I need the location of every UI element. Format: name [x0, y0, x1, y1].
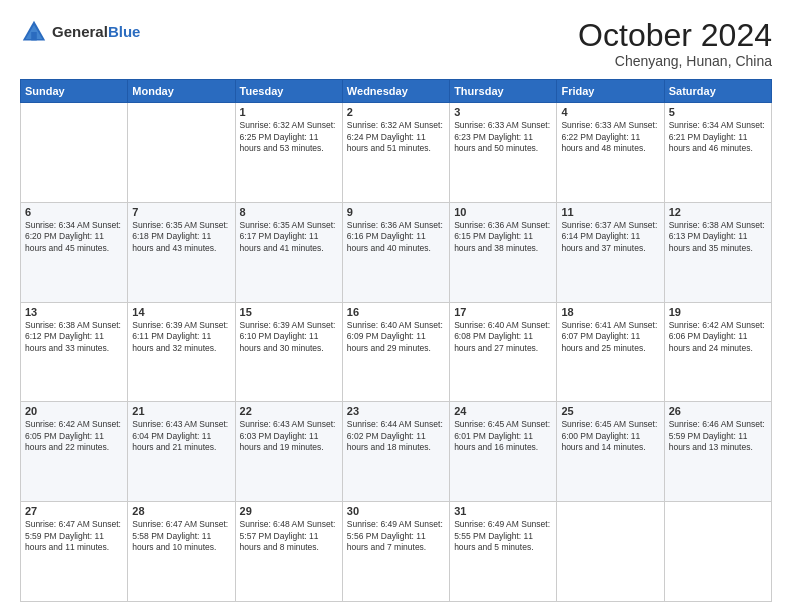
- calendar-header-row: SundayMondayTuesdayWednesdayThursdayFrid…: [21, 80, 772, 103]
- logo-general: General: [52, 23, 108, 40]
- cell-info: Sunrise: 6:40 AM Sunset: 6:08 PM Dayligh…: [454, 320, 552, 354]
- logo: GeneralBlue: [20, 18, 140, 46]
- cell-info: Sunrise: 6:37 AM Sunset: 6:14 PM Dayligh…: [561, 220, 659, 254]
- day-number: 29: [240, 505, 338, 517]
- day-number: 31: [454, 505, 552, 517]
- calendar-cell: 9Sunrise: 6:36 AM Sunset: 6:16 PM Daylig…: [342, 202, 449, 302]
- day-header-wednesday: Wednesday: [342, 80, 449, 103]
- calendar-cell: 1Sunrise: 6:32 AM Sunset: 6:25 PM Daylig…: [235, 103, 342, 203]
- calendar-cell: 19Sunrise: 6:42 AM Sunset: 6:06 PM Dayli…: [664, 302, 771, 402]
- day-number: 16: [347, 306, 445, 318]
- day-number: 22: [240, 405, 338, 417]
- calendar-cell: 15Sunrise: 6:39 AM Sunset: 6:10 PM Dayli…: [235, 302, 342, 402]
- calendar-cell: 7Sunrise: 6:35 AM Sunset: 6:18 PM Daylig…: [128, 202, 235, 302]
- cell-info: Sunrise: 6:36 AM Sunset: 6:16 PM Dayligh…: [347, 220, 445, 254]
- calendar-cell: 20Sunrise: 6:42 AM Sunset: 6:05 PM Dayli…: [21, 402, 128, 502]
- calendar-cell: 11Sunrise: 6:37 AM Sunset: 6:14 PM Dayli…: [557, 202, 664, 302]
- day-number: 8: [240, 206, 338, 218]
- calendar-table: SundayMondayTuesdayWednesdayThursdayFrid…: [20, 79, 772, 602]
- cell-info: Sunrise: 6:35 AM Sunset: 6:17 PM Dayligh…: [240, 220, 338, 254]
- day-header-sunday: Sunday: [21, 80, 128, 103]
- day-number: 6: [25, 206, 123, 218]
- day-number: 14: [132, 306, 230, 318]
- cell-info: Sunrise: 6:41 AM Sunset: 6:07 PM Dayligh…: [561, 320, 659, 354]
- month-title: October 2024: [578, 18, 772, 53]
- calendar-week-row: 27Sunrise: 6:47 AM Sunset: 5:59 PM Dayli…: [21, 502, 772, 602]
- calendar-cell: 21Sunrise: 6:43 AM Sunset: 6:04 PM Dayli…: [128, 402, 235, 502]
- location-title: Chenyang, Hunan, China: [578, 53, 772, 69]
- logo-blue: Blue: [108, 23, 141, 40]
- cell-info: Sunrise: 6:32 AM Sunset: 6:24 PM Dayligh…: [347, 120, 445, 154]
- cell-info: Sunrise: 6:38 AM Sunset: 6:12 PM Dayligh…: [25, 320, 123, 354]
- calendar-week-row: 20Sunrise: 6:42 AM Sunset: 6:05 PM Dayli…: [21, 402, 772, 502]
- day-header-saturday: Saturday: [664, 80, 771, 103]
- day-number: 23: [347, 405, 445, 417]
- cell-info: Sunrise: 6:43 AM Sunset: 6:04 PM Dayligh…: [132, 419, 230, 453]
- calendar-cell: 4Sunrise: 6:33 AM Sunset: 6:22 PM Daylig…: [557, 103, 664, 203]
- title-block: October 2024 Chenyang, Hunan, China: [578, 18, 772, 69]
- cell-info: Sunrise: 6:47 AM Sunset: 5:58 PM Dayligh…: [132, 519, 230, 553]
- cell-info: Sunrise: 6:33 AM Sunset: 6:22 PM Dayligh…: [561, 120, 659, 154]
- cell-info: Sunrise: 6:42 AM Sunset: 6:06 PM Dayligh…: [669, 320, 767, 354]
- day-number: 28: [132, 505, 230, 517]
- day-number: 13: [25, 306, 123, 318]
- day-number: 7: [132, 206, 230, 218]
- calendar-cell: 12Sunrise: 6:38 AM Sunset: 6:13 PM Dayli…: [664, 202, 771, 302]
- cell-info: Sunrise: 6:49 AM Sunset: 5:56 PM Dayligh…: [347, 519, 445, 553]
- cell-info: Sunrise: 6:44 AM Sunset: 6:02 PM Dayligh…: [347, 419, 445, 453]
- cell-info: Sunrise: 6:39 AM Sunset: 6:10 PM Dayligh…: [240, 320, 338, 354]
- calendar-cell: 14Sunrise: 6:39 AM Sunset: 6:11 PM Dayli…: [128, 302, 235, 402]
- day-number: 24: [454, 405, 552, 417]
- header: GeneralBlue October 2024 Chenyang, Hunan…: [20, 18, 772, 69]
- calendar-cell: 24Sunrise: 6:45 AM Sunset: 6:01 PM Dayli…: [450, 402, 557, 502]
- day-header-friday: Friday: [557, 80, 664, 103]
- calendar-cell: 30Sunrise: 6:49 AM Sunset: 5:56 PM Dayli…: [342, 502, 449, 602]
- calendar-cell: 27Sunrise: 6:47 AM Sunset: 5:59 PM Dayli…: [21, 502, 128, 602]
- calendar-cell: 22Sunrise: 6:43 AM Sunset: 6:03 PM Dayli…: [235, 402, 342, 502]
- calendar-cell: 25Sunrise: 6:45 AM Sunset: 6:00 PM Dayli…: [557, 402, 664, 502]
- day-header-thursday: Thursday: [450, 80, 557, 103]
- page: GeneralBlue October 2024 Chenyang, Hunan…: [0, 0, 792, 612]
- logo-icon: [20, 18, 48, 46]
- calendar-cell: 10Sunrise: 6:36 AM Sunset: 6:15 PM Dayli…: [450, 202, 557, 302]
- day-number: 30: [347, 505, 445, 517]
- calendar-cell: 17Sunrise: 6:40 AM Sunset: 6:08 PM Dayli…: [450, 302, 557, 402]
- calendar-week-row: 1Sunrise: 6:32 AM Sunset: 6:25 PM Daylig…: [21, 103, 772, 203]
- day-header-tuesday: Tuesday: [235, 80, 342, 103]
- day-header-monday: Monday: [128, 80, 235, 103]
- calendar-cell: 28Sunrise: 6:47 AM Sunset: 5:58 PM Dayli…: [128, 502, 235, 602]
- cell-info: Sunrise: 6:34 AM Sunset: 6:20 PM Dayligh…: [25, 220, 123, 254]
- day-number: 1: [240, 106, 338, 118]
- day-number: 11: [561, 206, 659, 218]
- calendar-cell: 8Sunrise: 6:35 AM Sunset: 6:17 PM Daylig…: [235, 202, 342, 302]
- day-number: 25: [561, 405, 659, 417]
- calendar-cell: [21, 103, 128, 203]
- calendar-cell: 5Sunrise: 6:34 AM Sunset: 6:21 PM Daylig…: [664, 103, 771, 203]
- cell-info: Sunrise: 6:32 AM Sunset: 6:25 PM Dayligh…: [240, 120, 338, 154]
- calendar-cell: 16Sunrise: 6:40 AM Sunset: 6:09 PM Dayli…: [342, 302, 449, 402]
- cell-info: Sunrise: 6:49 AM Sunset: 5:55 PM Dayligh…: [454, 519, 552, 553]
- calendar-cell: [664, 502, 771, 602]
- day-number: 2: [347, 106, 445, 118]
- cell-info: Sunrise: 6:36 AM Sunset: 6:15 PM Dayligh…: [454, 220, 552, 254]
- cell-info: Sunrise: 6:40 AM Sunset: 6:09 PM Dayligh…: [347, 320, 445, 354]
- cell-info: Sunrise: 6:38 AM Sunset: 6:13 PM Dayligh…: [669, 220, 767, 254]
- day-number: 12: [669, 206, 767, 218]
- day-number: 26: [669, 405, 767, 417]
- calendar-cell: 2Sunrise: 6:32 AM Sunset: 6:24 PM Daylig…: [342, 103, 449, 203]
- calendar-cell: 26Sunrise: 6:46 AM Sunset: 5:59 PM Dayli…: [664, 402, 771, 502]
- cell-info: Sunrise: 6:48 AM Sunset: 5:57 PM Dayligh…: [240, 519, 338, 553]
- day-number: 9: [347, 206, 445, 218]
- cell-info: Sunrise: 6:47 AM Sunset: 5:59 PM Dayligh…: [25, 519, 123, 553]
- cell-info: Sunrise: 6:34 AM Sunset: 6:21 PM Dayligh…: [669, 120, 767, 154]
- cell-info: Sunrise: 6:45 AM Sunset: 6:00 PM Dayligh…: [561, 419, 659, 453]
- calendar-cell: 13Sunrise: 6:38 AM Sunset: 6:12 PM Dayli…: [21, 302, 128, 402]
- day-number: 20: [25, 405, 123, 417]
- day-number: 18: [561, 306, 659, 318]
- calendar-cell: [128, 103, 235, 203]
- calendar-week-row: 6Sunrise: 6:34 AM Sunset: 6:20 PM Daylig…: [21, 202, 772, 302]
- cell-info: Sunrise: 6:42 AM Sunset: 6:05 PM Dayligh…: [25, 419, 123, 453]
- cell-info: Sunrise: 6:45 AM Sunset: 6:01 PM Dayligh…: [454, 419, 552, 453]
- day-number: 3: [454, 106, 552, 118]
- svg-rect-2: [31, 32, 37, 40]
